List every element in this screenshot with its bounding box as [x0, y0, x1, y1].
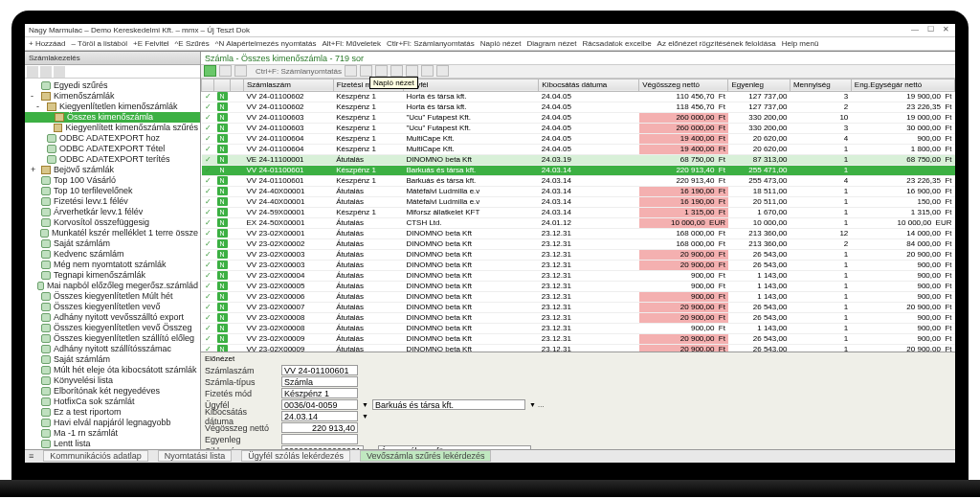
detail-fizmod[interactable]: Készpénz 1 [281, 388, 358, 398]
detail-ugyfel-name[interactable]: Barkuás és társa kft. [372, 399, 525, 410]
tree-tool-icon[interactable] [27, 66, 38, 78]
menu-item[interactable]: Napló nézet [480, 39, 522, 48]
tree-node[interactable]: Adhány nyitott vevősszálltó export [25, 312, 200, 323]
column-header[interactable] [202, 79, 214, 91]
tree-node[interactable]: Elborítónak két negyedéves [25, 386, 200, 397]
tree-node[interactable]: Adhány nyitott szállítósszámac [25, 344, 200, 354]
toolbar-icon[interactable] [375, 65, 388, 77]
tree-node[interactable]: Összes kiegyenlítetlen vevő [25, 302, 200, 312]
table-row[interactable]: ✓NVV 24-01100603Készpénz 1"Ucu" Futapest… [202, 123, 955, 133]
menu-item[interactable]: Alt+Fl: Műveletek [322, 39, 381, 48]
table-row[interactable]: ✓NVV 24-59X00001Készpénz 1Miforsz állatk… [202, 207, 955, 217]
tree-node[interactable]: Árverhetkár levv.1 félév [25, 207, 200, 217]
statusbar-tab[interactable]: Kommunikációs adatlap [43, 450, 148, 462]
column-header[interactable]: Végösszeg nettó [639, 79, 728, 91]
column-header[interactable]: Mennyiség [790, 79, 851, 91]
tree[interactable]: Egyedi szűrés-Kimenőszámlák-Kiegyenlítet… [25, 79, 200, 449]
tree-tool-icon[interactable] [54, 66, 65, 78]
toolbar-icon[interactable] [345, 65, 357, 77]
tree-node[interactable]: Saját számlám [25, 354, 200, 365]
remove-button[interactable] [219, 65, 232, 77]
statusbar-tab[interactable]: Ügyfél szólás lekérdezés [241, 450, 350, 462]
close-button[interactable]: ✕ [940, 25, 951, 34]
tree-node[interactable]: -Kiegyenlítetlen kimenőszámlák [25, 102, 200, 112]
tree-node[interactable]: Top 10 terfilevelőnek [25, 186, 200, 196]
table-row[interactable]: ✓NVV 24-01100602Készpénz 1Horta és társa… [202, 102, 955, 112]
table-row[interactable]: ✓NVV 23-02X00002ÁtutalásDINOMNO beta Kft… [202, 238, 955, 249]
tree-tool-icon[interactable] [40, 66, 52, 78]
tree-node[interactable]: Kiegyenlített kimenőszámla szűrés [25, 123, 200, 133]
table-row[interactable]: ✓NVV 23-02X00008ÁtutalásDINOMNO beta Kft… [202, 323, 955, 333]
tree-node[interactable]: Fizetési levv.1 félév [25, 196, 200, 207]
detail-egyenleg[interactable] [281, 434, 358, 444]
table-row[interactable]: ✓NVV 23-02X00001ÁtutalásDINOMNO beta Kft… [202, 228, 955, 238]
tree-node[interactable]: Egyedi szűrés [25, 80, 200, 91]
tree-node[interactable]: Múlt hét eleje óta kibocsátott számlák [25, 365, 200, 375]
menu-item[interactable]: Az előnézet rögzítésének feloldása [657, 39, 776, 48]
table-row[interactable]: ✓NVV 23-02X00005ÁtutalásDINOMNO beta Kft… [202, 281, 955, 291]
tree-node[interactable]: Még nem nyomtatott számlák [25, 260, 200, 270]
grid-header-row[interactable]: SzámlaszámFizetési módÜgyfélKibocsátás d… [202, 79, 955, 91]
tree-node[interactable]: +Bejövő számlák [25, 165, 200, 175]
add-button[interactable] [204, 65, 216, 77]
tree-node[interactable]: Összes kiegyenlítetlen vevő Összeg [25, 323, 200, 333]
minimize-button[interactable]: — [909, 25, 921, 34]
tree-node[interactable]: Korvosítol összefüggesig [25, 217, 200, 228]
detail-kibocs[interactable]: 24.03.14 [281, 411, 358, 421]
menu-item[interactable]: Help menü [782, 39, 819, 48]
table-row[interactable]: ✓NVV 24-40X00001ÁtutalásMátéfalvi Ludmil… [202, 196, 955, 207]
table-row[interactable]: ✓NVV 24-01100604Készpénz 1MultiCape Kft.… [202, 133, 955, 144]
table-row[interactable]: ✓NVV 24-01100601Készpénz 1Barkuás és tár… [202, 175, 955, 186]
menu-item[interactable]: ^N Alapértelmezés nyomtatás [215, 39, 317, 48]
menu-item[interactable]: ^E Szűrés [175, 39, 210, 48]
tree-node[interactable]: Top 100 Vásárló [25, 175, 200, 186]
tree-node[interactable]: Összes kimenőszámla [25, 112, 200, 123]
detail-szamlaszam[interactable]: VV 24-01100601 [281, 365, 358, 375]
table-row[interactable]: ✓NVV 23-02X00003ÁtutalásDINOMNO beta Kft… [202, 249, 955, 260]
table-row[interactable]: ✓NVV 24-01100602Készpénz 1Horta és társa… [202, 91, 955, 102]
tree-node[interactable]: Mai napból előzőleg megerősz.számlád [25, 281, 200, 291]
column-header[interactable]: Számlaszám [244, 79, 334, 91]
tree-node[interactable]: Tegnapi kimenőszámlák [25, 270, 200, 281]
tree-node[interactable]: -Kimenőszámlák [25, 91, 200, 102]
table-row[interactable]: ✓NVV 24-40X00001ÁtutalásMátéfalvi Ludmil… [202, 186, 955, 196]
tree-node[interactable]: Saját számlám [25, 238, 200, 249]
column-header[interactable]: Eng.Egységár nettó [851, 79, 954, 91]
tree-node[interactable]: Könyvelési lista [25, 375, 200, 386]
toolbar-icon[interactable] [360, 65, 372, 77]
menu-item[interactable]: Rácsadatok excelbe [583, 39, 652, 48]
toolbar-icon[interactable] [421, 65, 434, 77]
column-header[interactable] [214, 79, 231, 91]
detail-vegossz[interactable]: 220 913,40 [281, 422, 358, 433]
table-row[interactable]: ✓NVV 24-01100603Készpénz 1"Ucu" Futapest… [202, 112, 955, 123]
tree-node[interactable]: Lentt lista [25, 439, 200, 449]
tree-node[interactable]: Ez a test riportom [25, 407, 200, 418]
detail-ugyfel-code[interactable]: 0036/04-0059 [281, 399, 358, 410]
table-row[interactable]: ✓NVV 23-02X00004ÁtutalásDINOMNO beta Kft… [202, 270, 955, 281]
menu-item[interactable]: – Töröl a listából [71, 39, 127, 48]
detail-tipus[interactable]: Számla [281, 376, 358, 387]
maximize-button[interactable]: ☐ [924, 25, 936, 34]
statusbar-tab[interactable]: Nyomtatási lista [158, 450, 233, 462]
column-header[interactable]: Egyenleg [728, 79, 790, 91]
toolbar-icon[interactable] [436, 65, 449, 77]
table-row[interactable]: ✓NVV 23-02X00007ÁtutalásDINOMNO beta Kft… [202, 302, 955, 312]
table-row[interactable]: ✓NVV 24-01100604Készpénz 1MultiCape Kft.… [202, 144, 955, 154]
tree-node[interactable]: ODBC ADATEXPORT terítés [25, 154, 200, 165]
table-row[interactable]: ✓NVV 23-02X00008ÁtutalásDINOMNO beta Kft… [202, 312, 955, 323]
menu-item[interactable]: Ctlr+Fl: Számlanyomtatás [387, 39, 475, 48]
tree-node[interactable]: HotfixCa sok számlát [25, 397, 200, 407]
tree-node[interactable]: ODBC ADATEXPORT Tétel [25, 144, 200, 154]
tree-node[interactable]: Összes kiegyenlítetlen Múlt hét [25, 291, 200, 302]
table-row[interactable]: ✓NVV 23-02X00003ÁtutalásDINOMNO beta Kft… [202, 260, 955, 270]
tree-node[interactable]: Összes kiegyenlítetlen szállító előleg [25, 333, 200, 344]
column-header[interactable]: Ügyfél [403, 79, 538, 91]
grid[interactable]: SzámlaszámFizetési módÜgyfélKibocsátás d… [201, 79, 955, 352]
tree-node[interactable]: Havi elvál napjáról legnagyobb [25, 418, 200, 428]
tree-node[interactable]: Kedvenc számlám [25, 249, 200, 260]
toolbar-icon[interactable] [406, 65, 418, 77]
table-row[interactable]: ✓NVV 23-02X00006ÁtutalásDINOMNO beta Kft… [202, 291, 955, 302]
table-row[interactable]: ✓NEX 24-50X00001ÁtutalásCTSH Ltd.24.01.1… [202, 217, 955, 228]
tree-node[interactable]: Ma -1 rn számlát [25, 428, 200, 439]
table-row[interactable]: ✓NVE 24-11100001ÁtutalásDINOMNO beta Kft… [202, 154, 955, 165]
